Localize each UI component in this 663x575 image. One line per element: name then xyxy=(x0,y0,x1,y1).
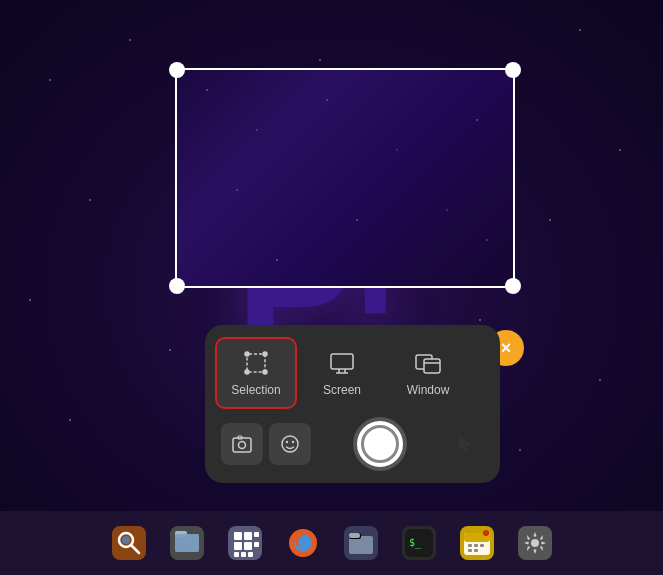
taskbar-terminal-icon: $_ xyxy=(402,526,436,560)
svg-point-17 xyxy=(292,441,294,443)
screenshot-small-button[interactable] xyxy=(221,423,263,465)
toolbar-bottom-row xyxy=(215,417,490,471)
screen-mode-label: Screen xyxy=(323,383,361,397)
svg-rect-52 xyxy=(468,549,472,552)
taskbar-settings-icon xyxy=(518,526,552,560)
svg-point-20 xyxy=(122,536,130,544)
handle-top-right[interactable] xyxy=(505,62,521,78)
taskbar-search-icon xyxy=(112,526,146,560)
taskbar-files[interactable] xyxy=(162,518,212,568)
svg-rect-0 xyxy=(247,354,265,372)
capture-button-inner xyxy=(361,425,399,463)
taskbar-grid[interactable] xyxy=(220,518,270,568)
cursor-icon xyxy=(455,433,477,455)
screen-mode-button[interactable]: Screen xyxy=(301,337,383,409)
selection-rectangle[interactable] xyxy=(175,68,515,288)
svg-rect-29 xyxy=(234,542,242,550)
close-icon: × xyxy=(501,338,512,359)
selfie-button[interactable] xyxy=(269,423,311,465)
svg-point-1 xyxy=(245,352,249,356)
taskbar-file-manager-icon xyxy=(344,526,378,560)
svg-rect-41 xyxy=(349,533,360,538)
selection-mode-button[interactable]: Selection xyxy=(215,337,297,409)
svg-rect-5 xyxy=(331,354,353,369)
svg-point-48 xyxy=(483,530,489,536)
cursor-icon-area xyxy=(448,426,484,462)
taskbar-file-manager[interactable] xyxy=(336,518,386,568)
svg-point-16 xyxy=(286,441,288,443)
svg-point-3 xyxy=(245,370,249,374)
svg-rect-12 xyxy=(233,438,251,452)
svg-point-13 xyxy=(239,442,246,449)
svg-rect-51 xyxy=(480,544,484,547)
window-mode-icon xyxy=(414,349,442,377)
svg-rect-28 xyxy=(244,532,252,540)
small-buttons-group xyxy=(221,423,311,465)
svg-rect-53 xyxy=(474,549,478,552)
svg-rect-18 xyxy=(112,526,146,560)
window-mode-button[interactable]: Window xyxy=(387,337,469,409)
mode-buttons-row: Selection Screen xyxy=(215,337,490,409)
svg-rect-32 xyxy=(241,552,246,557)
svg-point-4 xyxy=(263,370,267,374)
selection-mode-label: Selection xyxy=(231,383,280,397)
svg-rect-35 xyxy=(254,532,259,537)
selection-mode-icon xyxy=(242,349,270,377)
face-icon xyxy=(279,433,301,455)
svg-rect-25 xyxy=(175,534,199,552)
capture-button[interactable] xyxy=(353,417,407,471)
screen-mode-icon xyxy=(328,349,356,377)
taskbar-search[interactable] xyxy=(104,518,154,568)
taskbar-firefox-icon xyxy=(286,526,320,560)
screenshot-toolbar: Selection Screen xyxy=(205,325,500,483)
svg-rect-34 xyxy=(254,542,259,547)
taskbar-settings[interactable] xyxy=(510,518,560,568)
handle-bottom-right[interactable] xyxy=(505,278,521,294)
svg-rect-50 xyxy=(474,544,478,547)
selection-content xyxy=(177,70,513,286)
sparkles-decoration xyxy=(177,70,513,286)
taskbar-calendar[interactable] xyxy=(452,518,502,568)
svg-text:$_: $_ xyxy=(409,537,422,549)
taskbar-terminal[interactable]: $_ xyxy=(394,518,444,568)
taskbar-calendar-icon xyxy=(460,526,494,560)
svg-rect-30 xyxy=(244,542,252,550)
taskbar-files-icon xyxy=(170,526,204,560)
svg-rect-10 xyxy=(424,359,440,373)
handle-top-left[interactable] xyxy=(169,62,185,78)
taskbar-firefox[interactable] xyxy=(278,518,328,568)
svg-rect-33 xyxy=(248,552,253,557)
svg-rect-49 xyxy=(468,544,472,547)
svg-point-55 xyxy=(531,539,539,547)
taskbar: $_ xyxy=(0,511,663,575)
taskbar-grid-icon xyxy=(228,526,262,560)
handle-bottom-left[interactable] xyxy=(169,278,185,294)
svg-rect-31 xyxy=(234,552,239,557)
svg-rect-27 xyxy=(234,532,242,540)
svg-point-15 xyxy=(282,436,298,452)
camera-icon xyxy=(231,433,253,455)
window-mode-label: Window xyxy=(407,383,450,397)
svg-point-2 xyxy=(263,352,267,356)
